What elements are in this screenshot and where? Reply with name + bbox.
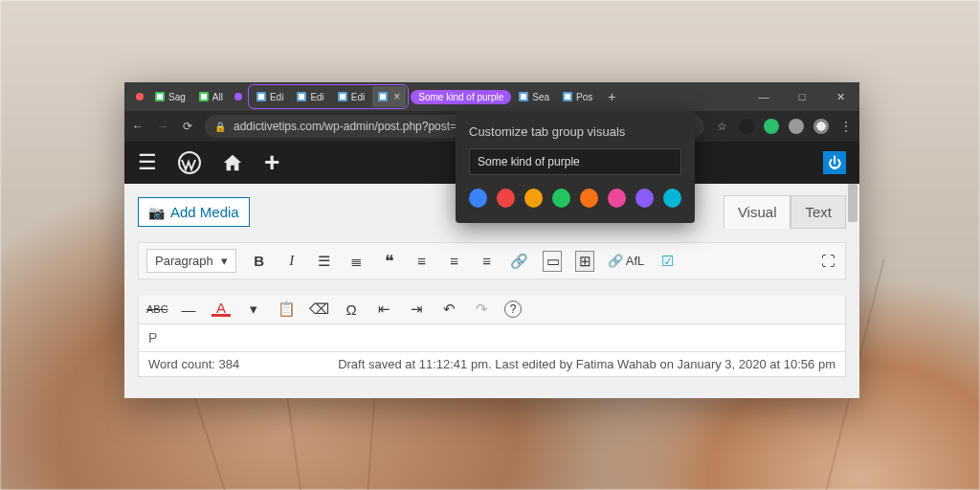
profile-avatar[interactable] — [813, 119, 829, 134]
add-media-label: Add Media — [170, 204, 239, 220]
editor-view-tabs: Visual Text — [724, 195, 846, 229]
color-swatches — [469, 189, 681, 208]
help-button[interactable]: ? — [504, 301, 522, 318]
tab-group-outline: Edi Edi Edi — [248, 84, 409, 109]
tab-label: Edi — [351, 92, 365, 102]
tab-label: Pos — [576, 92, 592, 102]
wordpress-logo-icon[interactable] — [178, 151, 201, 174]
undo-button[interactable]: ↶ — [439, 301, 458, 318]
horizontal-rule-button[interactable]: — — [179, 301, 198, 318]
paste-text-button[interactable]: 📋 — [277, 301, 296, 318]
format-select[interactable]: Paragraph ▾ — [146, 249, 236, 273]
word-count: Word count: 384 — [148, 357, 239, 371]
color-swatch-yellow[interactable] — [524, 189, 543, 208]
editor-toolbar-row2: ABC — A ▾ 📋 ⌫ Ω ⇤ ⇥ ↶ ↷ ? — [138, 295, 846, 324]
tab[interactable]: Edi — [291, 86, 329, 107]
titlebar: Sag All Edi Edi Edi Some kind of purple … — [124, 82, 859, 111]
tab[interactable]: Sag — [149, 86, 191, 107]
numbered-list-button[interactable]: ≣ — [347, 253, 367, 270]
camera-icon: 📷 — [148, 205, 165, 220]
format-select-label: Paragraph — [155, 254, 213, 268]
tab-label: Edi — [270, 92, 283, 102]
strikethrough-button[interactable]: ABC — [146, 303, 166, 315]
extension-icon[interactable] — [789, 119, 804, 134]
tab-strip: Sag All Edi Edi Edi Some kind of purple … — [124, 82, 745, 111]
color-swatch-purple[interactable] — [635, 189, 654, 208]
tab-label: Sea — [532, 92, 549, 102]
menu-button[interactable]: ⋮ — [838, 120, 854, 133]
hamburger-icon[interactable]: ☰ — [138, 150, 157, 175]
group-name-input[interactable] — [469, 148, 681, 175]
align-left-button[interactable]: ≡ — [412, 253, 432, 269]
publicize-icon[interactable]: ⏻ — [823, 151, 846, 174]
bold-button[interactable]: B — [250, 253, 269, 269]
tab[interactable]: Sea — [513, 86, 555, 107]
color-swatch-blue[interactable] — [469, 189, 487, 208]
tab-group-popup: Customize tab group visuals — [456, 111, 695, 223]
insert-more-button[interactable]: ▭ — [543, 251, 562, 272]
color-swatch-cyan[interactable] — [663, 189, 681, 208]
editor-toolbar-row1: Paragraph ▾ B I ☰ ≣ ❝ ≡ ≡ ≡ 🔗 ▭ ⊞ 🔗AfL ☑… — [138, 242, 846, 279]
color-swatch-orange[interactable] — [580, 189, 598, 208]
add-new-icon[interactable]: + — [264, 147, 279, 178]
extensions: ⋮ — [739, 119, 854, 134]
blockquote-button[interactable]: ❝ — [380, 251, 399, 272]
scrollbar[interactable] — [846, 184, 859, 398]
browser-window: Sag All Edi Edi Edi Some kind of purple … — [124, 82, 859, 398]
new-tab-button[interactable]: + — [600, 89, 623, 104]
redo-button[interactable]: ↷ — [472, 301, 491, 318]
color-swatch-green[interactable] — [552, 189, 570, 208]
forward-button[interactable]: → — [155, 120, 170, 133]
outdent-button[interactable]: ⇤ — [374, 301, 393, 318]
lock-icon: 🔒 — [214, 122, 226, 132]
editor-status-bar: Word count: 384 Draft saved at 11:12:41 … — [138, 352, 846, 377]
chevron-down-icon[interactable]: ▾ — [244, 301, 263, 318]
home-icon[interactable] — [222, 152, 243, 173]
text-color-button[interactable]: A — [212, 302, 231, 317]
close-button[interactable]: ✕ — [821, 82, 859, 111]
back-button[interactable]: ← — [130, 120, 145, 133]
tab-label: Edi — [310, 92, 323, 102]
toolbar-toggle-button[interactable]: ⊞ — [575, 251, 594, 272]
link-button[interactable]: 🔗 — [510, 253, 529, 270]
afl-button[interactable]: 🔗AfL — [608, 254, 645, 268]
window-controls: — □ ✕ — [745, 82, 859, 111]
tab[interactable]: Edi — [251, 86, 289, 107]
tab-group-dot-purple[interactable] — [234, 93, 242, 100]
maximize-button[interactable]: □ — [783, 82, 821, 111]
checklist-button[interactable]: ☑ — [657, 253, 677, 270]
extension-icon[interactable] — [764, 119, 779, 134]
tab-text[interactable]: Text — [791, 195, 846, 229]
tab-group-pill[interactable]: Some kind of purple — [411, 90, 511, 104]
url-text: addictivetips.com/wp-admin/post.php?post… — [234, 120, 457, 133]
tab[interactable]: Pos — [557, 86, 598, 107]
tab-label: Sag — [168, 92, 186, 102]
tab[interactable]: Edi — [332, 86, 370, 107]
element-path: P — [148, 330, 157, 345]
color-swatch-pink[interactable] — [608, 189, 626, 208]
special-char-button[interactable]: Ω — [342, 301, 361, 318]
bookmark-star-icon[interactable]: ☆ — [714, 120, 729, 133]
tab-group-dot-red[interactable] — [136, 93, 144, 100]
color-swatch-red[interactable] — [497, 189, 515, 208]
editor-path: P — [138, 324, 846, 352]
tab-active[interactable] — [372, 86, 406, 107]
indent-button[interactable]: ⇥ — [407, 301, 426, 318]
reload-button[interactable]: ⟳ — [180, 120, 195, 133]
add-media-button[interactable]: 📷 Add Media — [138, 197, 250, 227]
bullet-list-button[interactable]: ☰ — [315, 253, 334, 270]
chevron-down-icon: ▾ — [221, 254, 228, 268]
save-status: Draft saved at 11:12:41 pm. Last edited … — [338, 357, 835, 371]
italic-button[interactable]: I — [282, 253, 301, 269]
popup-title: Customize tab group visuals — [469, 124, 681, 139]
extension-icon[interactable] — [739, 119, 754, 134]
scroll-thumb[interactable] — [848, 184, 858, 222]
align-right-button[interactable]: ≡ — [478, 253, 497, 269]
fullscreen-button[interactable]: ⛶ — [818, 253, 837, 269]
align-center-button[interactable]: ≡ — [445, 253, 464, 269]
minimize-button[interactable]: — — [745, 82, 783, 111]
tab-visual[interactable]: Visual — [724, 195, 791, 229]
tab[interactable]: All — [193, 86, 229, 107]
clear-formatting-button[interactable]: ⌫ — [309, 301, 328, 318]
tab-label: All — [212, 92, 223, 102]
